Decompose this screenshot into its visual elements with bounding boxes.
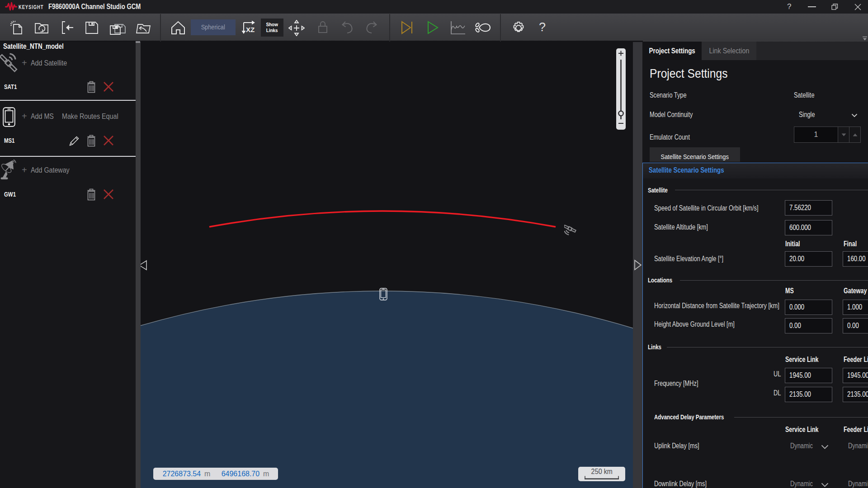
svg-text:XZ: XZ [246,26,255,33]
